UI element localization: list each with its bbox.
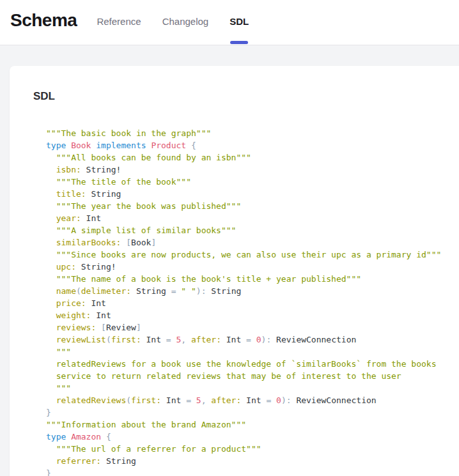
sdl-code: """The basic book in the graph"""type Bo… xyxy=(46,127,457,476)
code-line: """Since books are now products, we can … xyxy=(46,249,457,261)
code-line: } xyxy=(46,406,457,418)
code-line: name(delimeter: String = " "): String xyxy=(46,285,457,297)
tab-changelog-label: Changelog xyxy=(162,16,209,27)
page-title: Schema xyxy=(10,10,77,31)
code-line: similarBooks: [Book] xyxy=(46,236,457,249)
tab-bar: Reference Changelog SDL xyxy=(97,0,249,45)
code-line: """ xyxy=(46,382,457,394)
tab-sdl[interactable]: SDL xyxy=(230,0,249,43)
code-line: relatedReviews(first: Int = 5, after: In… xyxy=(46,394,457,406)
code-line: """A simple list of similar books""" xyxy=(46,224,457,236)
code-line: price: Int xyxy=(46,297,457,309)
tab-changelog[interactable]: Changelog xyxy=(162,0,209,43)
code-line: isbn: String! xyxy=(46,164,457,176)
code-line: service to return related reviews that m… xyxy=(46,370,457,382)
code-line: title: String xyxy=(46,188,457,200)
tab-sdl-label: SDL xyxy=(230,16,249,27)
sdl-card-heading: SDL xyxy=(33,90,457,103)
code-line: """All books can be found by an isbn""" xyxy=(46,151,457,164)
code-line: type Book implements Product { xyxy=(46,139,457,151)
code-line: weight: Int xyxy=(46,309,457,321)
code-line: referrer: String xyxy=(46,455,457,467)
code-line: } xyxy=(46,467,457,476)
tab-reference-label: Reference xyxy=(97,16,141,27)
code-line: """The name of a book is the book's titl… xyxy=(46,273,457,285)
code-line: """ xyxy=(46,346,457,358)
code-line: """The year the book was published""" xyxy=(46,200,457,212)
code-line: reviewList(first: Int = 5, after: Int = … xyxy=(46,334,457,346)
code-line: """The basic book in the graph""" xyxy=(46,127,457,139)
code-line: """The url of a referrer for a product""… xyxy=(46,443,457,455)
code-line: year: Int xyxy=(46,212,457,224)
tab-reference[interactable]: Reference xyxy=(97,0,141,43)
code-line: """Information about the brand Amazon""" xyxy=(46,418,457,431)
page-body: SDL """The basic book in the graph"""typ… xyxy=(0,45,459,476)
active-tab-indicator xyxy=(230,41,248,44)
code-line: type Amazon { xyxy=(46,431,457,443)
code-line: reviews: [Review] xyxy=(46,321,457,334)
code-line: upc: String! xyxy=(46,261,457,273)
code-line: """The title of the book""" xyxy=(46,176,457,188)
sdl-card: SDL """The basic book in the graph"""typ… xyxy=(10,66,459,476)
code-line: relatedReviews for a book use the knowle… xyxy=(46,358,457,370)
page-header: Schema Reference Changelog SDL xyxy=(0,0,459,45)
